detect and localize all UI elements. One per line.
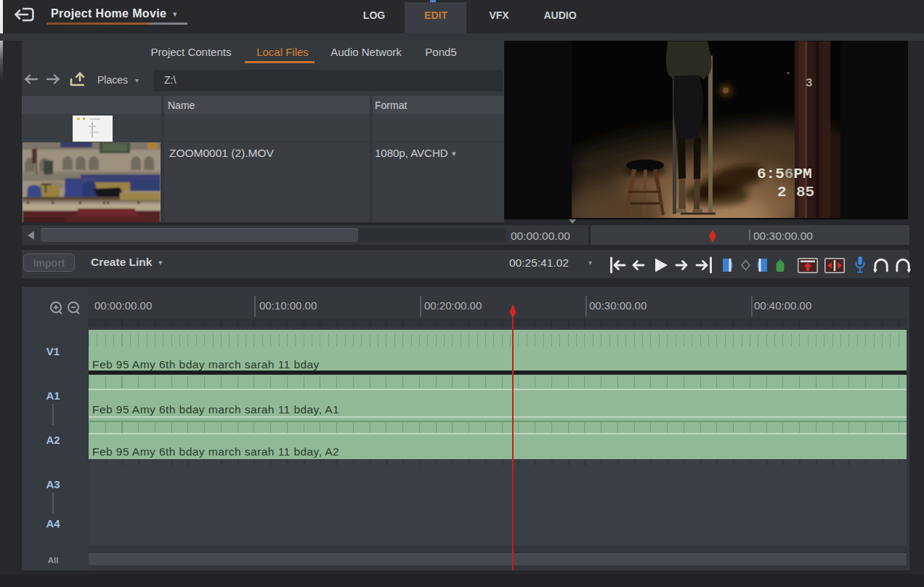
svg-text:85: 85: [796, 184, 814, 201]
svg-text:3: 3: [806, 77, 813, 90]
svg-text:6:56PM: 6:56PM: [757, 166, 812, 182]
svg-text:2: 2: [777, 184, 787, 201]
